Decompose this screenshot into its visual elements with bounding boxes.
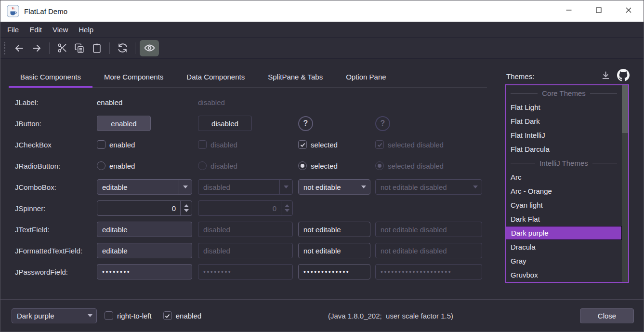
chevron-down-icon <box>279 180 292 194</box>
toolbar-grip[interactable] <box>4 42 5 54</box>
tab-option-pane[interactable]: Option Pane <box>334 67 397 87</box>
label-enabled: enabled <box>97 98 198 106</box>
password-field[interactable]: ••••••••••••• <box>298 264 370 279</box>
radio-box <box>375 161 384 170</box>
themes-scrollbar[interactable] <box>622 85 628 282</box>
theme-item-arc-orange[interactable]: Arc - Orange <box>506 184 622 198</box>
theme-item-cyan-light[interactable]: Cyan light <box>506 198 622 212</box>
radio-enabled[interactable]: enabled <box>97 161 198 170</box>
help-button[interactable]: ? <box>298 116 313 131</box>
theme-item-flat-darcula[interactable]: Flat Darcula <box>506 142 622 156</box>
textfield-editable[interactable]: editable <box>97 222 192 237</box>
checkbox-box <box>105 311 113 320</box>
theme-item-flat-dark[interactable]: Flat Dark <box>506 114 622 128</box>
download-icon[interactable] <box>601 70 611 82</box>
button-enabled[interactable]: enabled <box>97 116 151 131</box>
spinner-arrows[interactable] <box>281 201 292 215</box>
chevron-down-icon <box>469 180 482 194</box>
combobox-editable[interactable]: editable <box>97 179 192 195</box>
spinner[interactable]: 0 <box>97 200 192 216</box>
tab-data-components[interactable]: Data Components <box>175 67 256 87</box>
maximize-button[interactable] <box>584 0 614 22</box>
checkbox-disabled[interactable]: disabled <box>198 140 298 149</box>
checkbox-enabled[interactable]: enabled <box>163 311 201 320</box>
textfield-not-editable-disabled[interactable]: not editable disabled <box>375 222 482 237</box>
checkbox-enabled[interactable]: enabled <box>97 140 198 149</box>
close-button[interactable]: Close <box>580 308 634 323</box>
theme-item-flat-intellij[interactable]: Flat IntelliJ <box>506 128 622 142</box>
password-field[interactable]: •••••••••••••••••••• <box>375 264 482 279</box>
theme-item-gray[interactable]: Gray <box>506 254 622 268</box>
textfield-not-editable[interactable]: not editable <box>298 243 370 258</box>
spinner-arrows[interactable] <box>180 201 192 215</box>
help-button[interactable]: ? <box>375 116 390 131</box>
minimize-button[interactable] <box>554 0 584 22</box>
row-label-jlabel: JLabel: <box>15 98 97 106</box>
themes-header-icons <box>601 69 630 83</box>
theme-item-dark-purple[interactable]: Dark purple <box>506 226 622 240</box>
toolbar-copy-button[interactable] <box>71 40 88 56</box>
theme-combobox[interactable]: Dark purple <box>12 308 97 323</box>
toolbar <box>0 38 644 59</box>
textfield-disabled[interactable]: disabled <box>198 243 293 258</box>
theme-item-dark-flat[interactable]: Dark Flat <box>506 212 622 226</box>
scrollbar-thumb[interactable] <box>622 85 628 133</box>
checkbox-selected-disabled[interactable]: selected disabled <box>375 140 487 149</box>
copy-icon <box>74 43 85 53</box>
textfield-not-editable[interactable]: not editable <box>298 222 370 237</box>
toolbar-show-button[interactable] <box>140 40 159 56</box>
radio-box <box>198 161 207 170</box>
themes-list: Core ThemesFlat LightFlat DarkFlat Intel… <box>505 84 629 283</box>
status-text: (Java 1.8.0_202; user scale factor 1.5) <box>201 312 580 320</box>
radio-selected[interactable]: selected <box>298 161 375 170</box>
menu-file[interactable]: File <box>2 23 24 36</box>
show-icon <box>144 42 156 54</box>
toolbar-back-button[interactable] <box>11 40 27 56</box>
theme-item-flat-light[interactable]: Flat Light <box>506 100 622 114</box>
row-label-jcombobox: JComboBox: <box>15 183 97 191</box>
radio-selected-disabled[interactable]: selected disabled <box>375 161 487 170</box>
toolbar-cut-button[interactable] <box>54 40 70 56</box>
refresh-icon <box>117 42 128 53</box>
menu-edit[interactable]: Edit <box>24 23 47 36</box>
toolbar-separator <box>135 42 135 54</box>
toolbar-paste-button[interactable] <box>89 40 105 56</box>
close-icon <box>625 6 632 16</box>
main-panel: Basic ComponentsMore ComponentsData Comp… <box>0 59 644 332</box>
toolbar-separator <box>109 42 110 54</box>
theme-item-gruvbox[interactable]: Gruvbox <box>506 268 622 282</box>
menu-help[interactable]: Help <box>73 23 99 36</box>
themes-header: Themes: <box>506 69 630 83</box>
theme-item-dracula[interactable]: Dracula <box>506 240 622 254</box>
bottombar: Dark purple right-to-left enabled (Java … <box>0 299 644 332</box>
menu-view[interactable]: View <box>47 23 73 36</box>
minimize-icon <box>565 6 573 16</box>
checkbox-selected[interactable]: selected <box>298 140 375 149</box>
radio-disabled[interactable]: disabled <box>198 161 298 170</box>
spinner[interactable]: 0 <box>198 200 293 216</box>
button-disabled[interactable]: disabled <box>198 116 252 131</box>
combobox-disabled[interactable]: disabled <box>198 179 293 195</box>
checkbox-right-to-left[interactable]: right-to-left <box>105 311 152 320</box>
forward-icon <box>31 42 42 54</box>
combobox-not-editable-disabled[interactable]: not editable disabled <box>375 179 482 195</box>
github-icon[interactable] <box>617 69 630 83</box>
password-field[interactable]: •••••••• <box>97 264 192 279</box>
password-field[interactable]: •••••••• <box>198 264 293 279</box>
tab-splitpane-tabs[interactable]: SplitPane & Tabs <box>256 67 334 87</box>
tab-basic-components[interactable]: Basic Components <box>9 67 92 87</box>
toolbar-refresh-button[interactable] <box>114 40 131 56</box>
chevron-down-icon <box>83 309 96 323</box>
combobox-not-editable[interactable]: not editable <box>298 179 370 195</box>
java-app-icon <box>7 5 19 17</box>
tab-more-components[interactable]: More Components <box>92 67 175 87</box>
row-label-jbutton: JButton: <box>15 120 97 128</box>
textfield-not-editable-disabled[interactable]: not editable disabled <box>375 243 482 258</box>
row-label-jtextfield: JTextField: <box>15 226 97 234</box>
textfield-disabled[interactable]: disabled <box>198 222 293 237</box>
toolbar-forward-button[interactable] <box>28 40 45 56</box>
theme-item-arc[interactable]: Arc <box>506 170 622 184</box>
row-label-jformattedtextfield: JFormattedTextField: <box>15 247 97 255</box>
textfield-editable[interactable]: editable <box>97 243 192 258</box>
close-window-button[interactable] <box>614 0 644 22</box>
